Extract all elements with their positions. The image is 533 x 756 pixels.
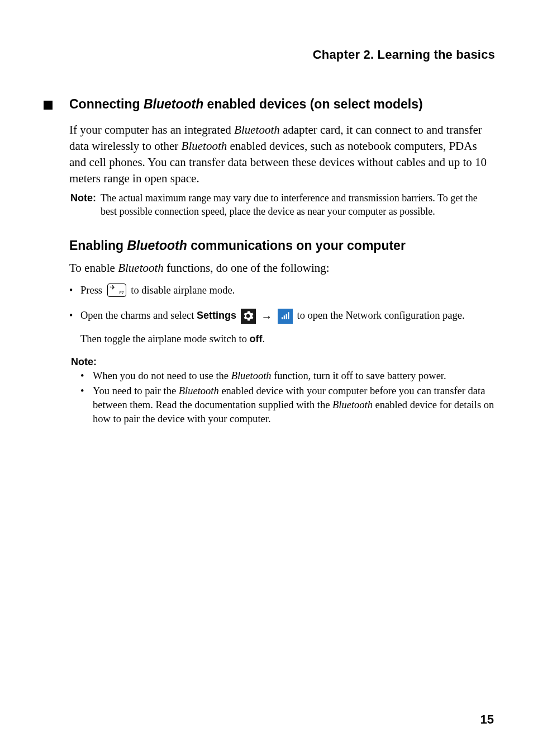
arrow-icon: → bbox=[261, 310, 272, 323]
note2-1-pre: When you do not need to use the bbox=[93, 370, 231, 381]
bullet-2: Open the charms and select Settings → bbox=[69, 308, 495, 346]
page-number: 15 bbox=[480, 712, 494, 727]
note2-item-2: You need to pair the Bluetooth enabled d… bbox=[80, 384, 495, 426]
svg-rect-0 bbox=[282, 317, 283, 319]
intro-seg1: If your computer has an integrated bbox=[69, 123, 234, 136]
note2-1-post: function, turn it off to save battery po… bbox=[272, 370, 446, 381]
bullet-1: Press to disable airplane mode. bbox=[69, 283, 495, 298]
section-title-post: enabled devices (on select models) bbox=[203, 97, 422, 111]
svg-rect-1 bbox=[284, 315, 285, 319]
airplane-key-icon bbox=[107, 284, 126, 297]
note2-2-em1: Bluetooth bbox=[179, 385, 219, 396]
svg-rect-3 bbox=[288, 312, 289, 319]
note2-1-em: Bluetooth bbox=[231, 370, 272, 381]
body-indent: If your computer has an integrated Bluet… bbox=[69, 122, 495, 426]
note-block-2: Note: When you do not need to use the Bl… bbox=[69, 356, 495, 426]
bullet1-pre: Press bbox=[80, 285, 105, 296]
subheading: Enabling Bluetooth communications on you… bbox=[69, 238, 495, 253]
note2-2-em2: Bluetooth bbox=[332, 399, 373, 410]
note2-item-1: When you do not need to use the Bluetoot… bbox=[80, 369, 495, 383]
bullet2-post: to open the Network configuration page. bbox=[297, 310, 465, 321]
note-label-2: Note: bbox=[71, 356, 495, 368]
lead-line: To enable Bluetooth functions, do one of… bbox=[69, 260, 495, 276]
note2-2-pre: You need to pair the bbox=[93, 385, 179, 396]
section-title: Connecting Bluetooth enabled devices (on… bbox=[69, 97, 423, 112]
bullet2-pre: Open the charms and select bbox=[80, 310, 197, 321]
intro-em2: Bluetooth bbox=[182, 139, 227, 153]
bullet2-then-pre: Then toggle the airplane mode switch to bbox=[80, 333, 250, 344]
lead-seg1: To enable bbox=[69, 261, 118, 275]
bullet1-post: to disable airplane mode. bbox=[129, 285, 235, 296]
section-heading-row: Connecting Bluetooth enabled devices (on… bbox=[44, 97, 495, 112]
lead-em: Bluetooth bbox=[118, 261, 164, 275]
bullet2-then-post: . bbox=[263, 333, 265, 344]
page: Chapter 2. Learning the basics Connectin… bbox=[0, 0, 533, 756]
bars-svg bbox=[280, 311, 290, 321]
section-title-em: Bluetooth bbox=[144, 97, 203, 111]
lead-seg2: functions, do one of the following: bbox=[164, 261, 330, 275]
gear-svg bbox=[242, 310, 254, 322]
bullet2-then: Then toggle the airplane mode switch to … bbox=[80, 332, 495, 347]
bullet2-bold: Settings bbox=[197, 310, 236, 321]
chapter-title: Chapter 2. Learning the basics bbox=[38, 48, 495, 62]
note-text-1: The actual maximum range may vary due to… bbox=[101, 191, 489, 219]
note-label-1: Note: bbox=[70, 191, 96, 219]
settings-gear-icon bbox=[241, 309, 256, 324]
bullet2-then-bold: off bbox=[250, 333, 263, 344]
section-title-pre: Connecting bbox=[69, 97, 144, 111]
square-bullet-icon bbox=[44, 101, 53, 110]
intro-paragraph: If your computer has an integrated Bluet… bbox=[69, 122, 495, 187]
subheading-post: communications on your computer bbox=[187, 238, 406, 253]
subheading-pre: Enabling bbox=[69, 238, 127, 253]
note-block-1: Note: The actual maximum range may vary … bbox=[70, 191, 489, 219]
intro-em1: Bluetooth bbox=[234, 123, 280, 136]
svg-rect-2 bbox=[286, 314, 287, 319]
note2-list: When you do not need to use the Bluetoot… bbox=[80, 369, 495, 426]
bullet-list: Press to disable airplane mode. Open the… bbox=[69, 283, 495, 346]
subheading-em: Bluetooth bbox=[127, 238, 187, 253]
network-bars-icon bbox=[278, 309, 293, 324]
